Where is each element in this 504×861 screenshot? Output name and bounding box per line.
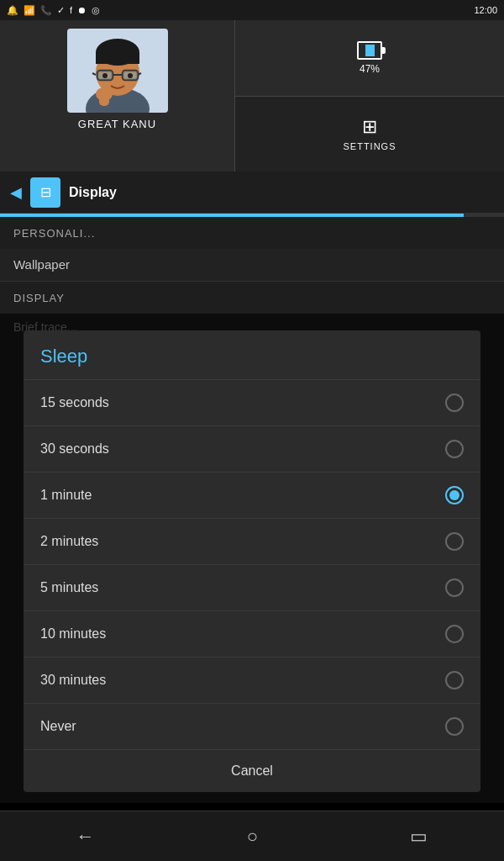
battery-percentage: 47% (360, 63, 380, 75)
sleep-option-15s-label: 15 seconds (40, 395, 109, 410)
svg-rect-5 (96, 52, 139, 64)
status-bar-right: 12:00 (474, 5, 497, 15)
sleep-option-30m[interactable]: 30 minutes (24, 658, 480, 704)
sleep-option-10m[interactable]: 10 minutes (24, 611, 480, 658)
sleep-option-1m-label: 1 minute (40, 488, 92, 503)
location-icon: ◎ (92, 5, 100, 16)
settings-section[interactable]: ⊞ SETTINGS (235, 97, 504, 172)
sleep-option-2m-radio (445, 532, 464, 551)
app-header: ◀ ⊟ Display (0, 172, 504, 214)
display-icon-box: ⊟ (30, 177, 60, 208)
sleep-option-5m-label: 5 minutes (40, 580, 98, 595)
sleep-option-15s[interactable]: 15 seconds (24, 380, 480, 426)
sleep-option-2m-label: 2 minutes (40, 534, 98, 549)
status-bar-left: 🔔 📶 📞 ✓ f ⏺ ◎ (7, 5, 100, 16)
sleep-options: 15 seconds 30 seconds 1 minute 2 minutes (24, 380, 480, 749)
sleep-option-5m-radio (445, 578, 464, 597)
display-section-header: DISPLAY (0, 282, 504, 314)
personalize-label: PERSONALI... (13, 227, 95, 240)
battery-section: 47% (235, 20, 504, 97)
svg-rect-16 (99, 89, 109, 106)
display-section-label: DISPLAY (13, 292, 65, 304)
battery-icon (357, 41, 382, 60)
home-button[interactable]: ○ (230, 817, 275, 856)
phone-icon: 📞 (40, 5, 52, 16)
content-area: Brief trace... Sleep 15 seconds 30 secon… (0, 314, 504, 803)
sleep-option-2m[interactable]: 2 minutes (24, 519, 480, 565)
sleep-option-30s-radio (445, 440, 464, 458)
top-right: 47% ⊞ SETTINGS (235, 20, 504, 172)
profile-name: GREAT KANU (78, 118, 156, 130)
sleep-dialog-title: Sleep (24, 330, 480, 380)
sub-nav-personalize: PERSONALI... (0, 217, 504, 249)
sleep-option-1m[interactable]: 1 minute (24, 473, 480, 519)
status-bar: 🔔 📶 📞 ✓ f ⏺ ◎ 12:00 (0, 0, 504, 20)
sleep-option-10m-radio (445, 625, 464, 643)
sleep-option-10m-label: 10 minutes (40, 626, 106, 642)
app-title: Display (69, 185, 117, 200)
radio-inner-selected (449, 490, 459, 500)
alarm-icon: 🔔 (7, 5, 18, 16)
wifi-icon: 📶 (24, 5, 35, 16)
sleep-dialog: Sleep 15 seconds 30 seconds 1 minute (24, 330, 480, 792)
sleep-option-15s-radio (445, 394, 464, 412)
recent-button[interactable]: ▭ (393, 817, 444, 856)
back-icon[interactable]: ◀ (10, 183, 22, 202)
time-icon: 12:00 (474, 5, 497, 15)
svg-point-13 (102, 73, 108, 78)
sleep-option-30s[interactable]: 30 seconds (24, 426, 480, 473)
sleep-option-30s-label: 30 seconds (40, 441, 109, 457)
record-icon: ⏺ (77, 5, 87, 15)
sleep-option-30m-label: 30 minutes (40, 673, 106, 688)
wallpaper-label[interactable]: Wallpaper (13, 257, 70, 272)
sleep-option-5m[interactable]: 5 minutes (24, 565, 480, 611)
facebook-icon: f (70, 5, 72, 15)
top-section: GREAT KANU 47% ⊞ SETTINGS (0, 20, 504, 172)
sleep-option-1m-radio (445, 486, 464, 504)
avatar (67, 29, 168, 113)
sleep-option-never[interactable]: Never (24, 704, 480, 749)
back-button[interactable]: ← (60, 817, 112, 856)
sleep-option-never-radio (445, 717, 464, 736)
profile-card: GREAT KANU (0, 20, 235, 172)
battery-fill (365, 45, 374, 56)
settings-label: SETTINGS (343, 141, 396, 151)
display-icon: ⊟ (40, 184, 51, 200)
settings-icon: ⊞ (362, 116, 377, 138)
svg-point-14 (128, 73, 133, 78)
sleep-option-30m-radio (445, 671, 464, 689)
cancel-button[interactable]: Cancel (24, 749, 480, 792)
sleep-option-never-label: Never (40, 719, 76, 734)
bottom-nav: ← ○ ▭ (0, 811, 504, 861)
check-icon: ✓ (57, 5, 65, 16)
